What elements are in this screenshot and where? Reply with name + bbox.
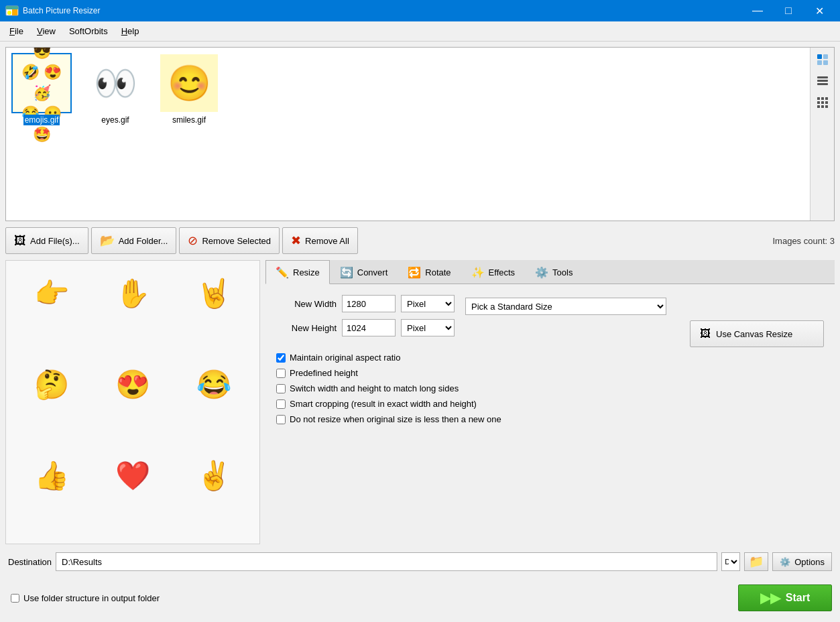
- close-button[interactable]: ✕: [804, 0, 835, 21]
- svg-rect-14: [817, 101, 820, 104]
- preview-emoji-1: 👉: [11, 266, 91, 320]
- list-view-button[interactable]: [813, 72, 832, 90]
- switch-sides-row: Switch width and height to match long si…: [276, 383, 824, 393]
- file-thumb-emojis: 😀 😜 😎 🤣 😍 🥳 😂 😛 🤩: [11, 53, 72, 113]
- new-height-label: New Height: [276, 323, 337, 333]
- add-files-button[interactable]: 🖼 Add File(s)...: [5, 227, 88, 254]
- canvas-resize-icon: 🖼: [700, 328, 711, 340]
- file-thumb-eyes: 👀: [85, 53, 145, 113]
- destination-label: Destination: [8, 557, 52, 567]
- images-count: Images count: 3: [772, 236, 835, 246]
- destination-dropdown[interactable]: D:\Results: [721, 552, 740, 571]
- bottom-action-bar: Use folder structure in output folder ▶▶…: [5, 579, 835, 617]
- remove-selected-button[interactable]: ⊘ Remove Selected: [179, 227, 280, 254]
- view-mode-sidebar: [810, 48, 834, 221]
- svg-rect-8: [817, 76, 828, 78]
- effects-tab-icon: ✨: [471, 266, 485, 279]
- tab-tools[interactable]: ⚙️ Tools: [525, 260, 583, 284]
- menu-file[interactable]: File: [3, 23, 30, 39]
- remove-all-button[interactable]: ✖ Remove All: [282, 227, 358, 254]
- tools-tab-icon: ⚙️: [535, 266, 548, 279]
- options-button[interactable]: ⚙️ Options: [772, 552, 832, 571]
- start-icon: ▶▶: [760, 590, 780, 606]
- add-folder-icon: 📂: [100, 233, 115, 248]
- folder-structure-checkbox[interactable]: [11, 594, 19, 603]
- file-item-emojis[interactable]: 😀 😜 😎 🤣 😍 🥳 😂 😛 🤩 emojis.gif: [11, 53, 72, 125]
- switch-sides-checkbox[interactable]: [276, 384, 286, 393]
- file-list: 😀 😜 😎 🤣 😍 🥳 😂 😛 🤩 emojis.gif 👀 eyes.gif: [6, 48, 810, 221]
- maintain-aspect-label: Maintain original aspect ratio: [290, 353, 400, 363]
- svg-rect-17: [817, 105, 820, 108]
- no-resize-small-row: Do not resize when original size is less…: [276, 414, 824, 424]
- preview-emoji-5: 😍: [93, 357, 172, 411]
- svg-rect-19: [825, 105, 828, 108]
- large-icon-view-button[interactable]: [813, 50, 832, 69]
- preview-emoji-4: 🤔: [11, 357, 91, 411]
- maintain-aspect-row: Maintain original aspect ratio: [276, 353, 824, 363]
- toolbar: 🖼 Add File(s)... 📂 Add Folder... ⊘ Remov…: [5, 225, 835, 256]
- new-width-label: New Width: [276, 299, 337, 309]
- svg-rect-13: [825, 97, 828, 100]
- preview-emoji-6: 😂: [174, 357, 254, 411]
- svg-rect-1: [6, 6, 18, 9]
- add-folder-button[interactable]: 📂 Add Folder...: [91, 227, 177, 254]
- preview-emoji-7: 👍: [11, 448, 91, 502]
- predefined-height-label: Predefined height: [290, 368, 358, 378]
- file-item-smiles[interactable]: 😊 smiles.gif: [159, 53, 219, 125]
- tab-resize[interactable]: ✏️ Resize: [265, 260, 330, 284]
- svg-rect-4: [817, 54, 822, 59]
- svg-rect-11: [817, 97, 820, 100]
- minimize-button[interactable]: —: [742, 0, 773, 21]
- svg-rect-18: [821, 105, 824, 108]
- destination-bar: Destination D:\Results 📁 ⚙️ Options: [5, 548, 835, 575]
- width-unit-select[interactable]: Pixel Percent Inch cm: [401, 295, 455, 312]
- standard-size-select[interactable]: Pick a Standard Size 640x480 800x600 102…: [465, 298, 666, 315]
- remove-selected-icon: ⊘: [188, 233, 198, 248]
- menu-view[interactable]: View: [30, 23, 62, 39]
- titlebar: Batch Picture Resizer — □ ✕: [0, 0, 840, 21]
- width-row: New Width Pixel Percent Inch cm: [276, 295, 455, 312]
- tab-effects[interactable]: ✨ Effects: [461, 260, 526, 284]
- svg-rect-9: [817, 80, 828, 82]
- resize-tab-icon: ✏️: [276, 266, 289, 279]
- convert-tab-icon: 🔄: [340, 266, 353, 279]
- height-input[interactable]: [342, 319, 396, 336]
- menu-help[interactable]: Help: [115, 23, 146, 39]
- bottom-section: 👉 ✋ 🤘 🤔 😍 😂 👍 ❤️ ✌️ ✏️ Resize 🔄 Convert: [5, 260, 835, 544]
- maximize-button[interactable]: □: [773, 0, 804, 21]
- tab-convert[interactable]: 🔄 Convert: [330, 260, 398, 284]
- rotate-tab-icon: 🔁: [408, 266, 421, 279]
- svg-rect-5: [823, 54, 828, 59]
- maintain-aspect-checkbox[interactable]: [276, 353, 286, 363]
- grid-view-button[interactable]: [813, 93, 832, 112]
- right-panel: ✏️ Resize 🔄 Convert 🔁 Rotate ✨ Effects ⚙…: [265, 260, 835, 544]
- gear-icon: ⚙️: [780, 557, 790, 567]
- resize-checkboxes: Maintain original aspect ratio Predefine…: [276, 353, 824, 424]
- destination-input[interactable]: [56, 552, 717, 571]
- preview-emoji-8: ❤️: [93, 448, 172, 502]
- tab-rotate[interactable]: 🔁 Rotate: [398, 260, 461, 284]
- preview-emoji-2: ✋: [93, 266, 172, 320]
- file-thumb-smiles: 😊: [159, 53, 219, 113]
- smart-crop-checkbox[interactable]: [276, 399, 286, 409]
- file-list-area: 😀 😜 😎 🤣 😍 🥳 😂 😛 🤩 emojis.gif 👀 eyes.gif: [5, 47, 835, 221]
- no-resize-small-checkbox[interactable]: [276, 415, 286, 424]
- menu-softorbits[interactable]: SoftOrbits: [62, 23, 115, 39]
- file-label-emojis: emojis.gif: [23, 115, 60, 125]
- width-input[interactable]: [342, 295, 396, 312]
- predefined-height-checkbox[interactable]: [276, 369, 286, 378]
- start-button[interactable]: ▶▶ Start: [738, 584, 832, 611]
- switch-sides-label: Switch width and height to match long si…: [290, 383, 459, 393]
- window-controls: — □ ✕: [742, 0, 835, 21]
- svg-rect-6: [817, 60, 822, 65]
- height-row: New Height Pixel Percent Inch cm: [276, 319, 455, 336]
- file-item-eyes[interactable]: 👀 eyes.gif: [85, 53, 145, 125]
- canvas-resize-button[interactable]: 🖼 Use Canvas Resize: [690, 320, 824, 347]
- destination-browse-button[interactable]: 📁: [744, 552, 768, 571]
- file-label-smiles: smiles.gif: [171, 115, 207, 125]
- svg-rect-10: [817, 83, 828, 85]
- add-files-icon: 🖼: [14, 234, 26, 248]
- svg-marker-3: [12, 9, 17, 15]
- app-title: Batch Picture Resizer: [23, 6, 742, 15]
- height-unit-select[interactable]: Pixel Percent Inch cm: [401, 319, 455, 336]
